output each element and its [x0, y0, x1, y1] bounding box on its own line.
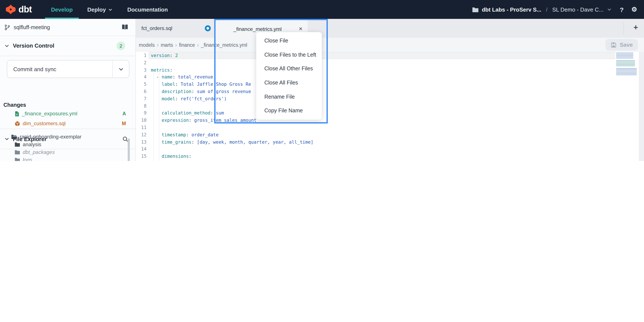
chevron-right-icon: › — [197, 42, 199, 48]
code-line-10[interactable]: 10 expression: gross_item_sales_amount — [136, 117, 644, 124]
menu-item-close-all-files[interactable]: Close All Files — [256, 76, 322, 90]
line-number: 11 — [136, 124, 146, 131]
docs-book-icon[interactable] — [121, 24, 128, 31]
unsaved-dot-icon — [205, 25, 211, 31]
menu-item-close-file[interactable]: Close File — [256, 34, 322, 48]
main-panel: fct_orders.sql _finance_metrics.yml × + … — [136, 19, 644, 161]
nav-item-label: Documentation — [127, 6, 168, 13]
code-line-8[interactable]: 8 — [136, 102, 644, 110]
code-line-3[interactable]: 3metrics: — [136, 66, 644, 74]
breadcrumb-marts[interactable]: marts — [161, 42, 173, 47]
file-tree: rapid-onboarding-exemplaranalysisdbt_pac… — [0, 133, 136, 161]
model-cube-icon — [14, 121, 20, 126]
tree-item-analysis[interactable]: analysis — [0, 141, 136, 148]
code-line-5[interactable]: 5 label: Total Jaffle Shop Gross Re — [136, 81, 644, 88]
code-text: model: ref('fct_orders') — [149, 95, 644, 103]
branch-row[interactable]: sqlfluff-meeting — [0, 19, 136, 36]
commit-options-chevron[interactable] — [112, 61, 129, 78]
line-number: 10 — [136, 117, 146, 124]
code-line-1[interactable]: 1version: 2 — [136, 52, 644, 59]
line-number: 2 — [136, 59, 146, 67]
project-name[interactable]: SL Demo - Dave C... — [552, 6, 604, 13]
change-status: A — [122, 111, 126, 116]
dbt-logo[interactable]: dbt — [5, 4, 32, 15]
gear-icon[interactable]: ⚙ — [631, 6, 637, 13]
floppy-icon — [611, 42, 617, 48]
save-button[interactable]: Save — [606, 39, 638, 51]
tree-scrollbar[interactable] — [128, 139, 130, 161]
menu-item-copy-file-name[interactable]: Copy File Name — [256, 104, 322, 118]
account-name[interactable]: dbt Labs - ProServ S... — [482, 6, 541, 13]
chevron-down-icon — [4, 43, 10, 48]
code-line-11[interactable]: 11 — [136, 124, 644, 131]
code-text: label: Total Jaffle Shop Gross Re — [149, 81, 644, 88]
folder-icon — [472, 7, 478, 12]
code-line-9[interactable]: 9 calculation_method: sum — [136, 110, 644, 117]
account-separator: / — [546, 6, 548, 13]
change-item-label: _finance_exposures.yml — [22, 111, 77, 117]
line-number: 5 — [136, 81, 146, 88]
code-line-12[interactable]: 12 timestamp: order_date — [136, 131, 644, 139]
code-line-15[interactable]: 15 dimensions: — [136, 153, 644, 160]
code-editor[interactable]: 1version: 223metrics:4 - name: total_rev… — [136, 52, 644, 161]
code-line-4[interactable]: 4 - name: total_revenue — [136, 74, 644, 81]
line-number: 16 — [136, 160, 146, 161]
code-text: dimensions: — [149, 153, 644, 160]
code-text — [149, 102, 644, 110]
new-tab-button[interactable]: + — [634, 23, 638, 32]
line-number: 12 — [136, 131, 146, 139]
version-control-title: Version Control — [13, 43, 54, 49]
code-text — [149, 59, 644, 67]
indent-guide — [159, 73, 160, 161]
code-text: - customer_id — [149, 160, 644, 161]
line-number: 1 — [136, 52, 146, 59]
menu-item-close-all-other-files[interactable]: Close All Other Files — [256, 62, 322, 76]
line-number: 7 — [136, 95, 146, 103]
sidebar: sqlfluff-meeting Version Control 2 Commi… — [0, 19, 136, 161]
changes-count-badge: 2 — [116, 41, 125, 50]
breadcrumb-models[interactable]: models — [139, 42, 155, 47]
change-item[interactable]: dim_customers.sqlM — [0, 119, 136, 128]
menu-item-rename-file[interactable]: Rename File — [256, 90, 322, 104]
code-line-7[interactable]: 7 model: ref('fct_orders') — [136, 95, 644, 103]
menu-item-close-files-to-the-left[interactable]: Close Files to the Left — [256, 48, 322, 62]
code-line-16[interactable]: 16 - customer_id — [136, 160, 644, 161]
code-text — [149, 146, 644, 153]
change-item[interactable]: _finance_exposures.ymlA — [0, 109, 136, 118]
folder-icon — [11, 134, 17, 139]
nav-item-develop[interactable]: Develop — [51, 0, 73, 19]
change-item-label: dim_customers.sql — [23, 121, 66, 127]
tree-item-label: dbt_packages — [23, 149, 55, 155]
editor-scroll-gutter[interactable] — [639, 52, 644, 161]
close-icon[interactable]: × — [299, 25, 302, 33]
code-line-2[interactable]: 2 — [136, 59, 644, 67]
tree-item-rapid-onboarding-exemplar[interactable]: rapid-onboarding-exemplar — [0, 133, 136, 141]
code-text: calculation_method: sum — [149, 110, 644, 117]
git-branch-icon — [4, 24, 10, 30]
code-text: - name: total_revenue — [149, 74, 644, 81]
help-icon[interactable]: ? — [620, 6, 624, 13]
dbt-logo-icon — [5, 4, 16, 15]
tree-item-logs[interactable]: logs — [0, 156, 136, 161]
code-text: metrics: — [149, 66, 644, 74]
commit-and-sync-label: Commit and sync — [13, 66, 56, 72]
dbt-cloud-ide: dbt DevelopDeployDocumentation dbt Labs … — [0, 0, 644, 161]
code-line-13[interactable]: 13 time_grains: [day, week, month, quart… — [136, 138, 644, 146]
nav-item-documentation[interactable]: Documentation — [127, 0, 168, 19]
tree-item-dbt-packages[interactable]: dbt_packages — [0, 148, 136, 156]
version-control-header[interactable]: Version Control 2 — [0, 36, 136, 56]
chevron-down-icon[interactable] — [607, 7, 612, 12]
nav-item-deploy[interactable]: Deploy — [87, 0, 113, 19]
code-lines: 1version: 223metrics:4 - name: total_rev… — [136, 52, 644, 161]
breadcrumb-file[interactable]: _finance_metrics.yml — [201, 42, 247, 47]
tree-item-label: analysis — [23, 142, 41, 148]
chevron-right-icon: › — [175, 42, 177, 48]
editor-minimap[interactable] — [615, 52, 639, 77]
line-number: 13 — [136, 138, 146, 146]
code-line-14[interactable]: 14 — [136, 146, 644, 153]
tab-fct-orders[interactable]: fct_orders.sql — [136, 19, 214, 38]
commit-and-sync-button[interactable]: Commit and sync — [7, 60, 130, 78]
breadcrumb-finance[interactable]: finance — [179, 42, 195, 47]
code-line-6[interactable]: 6 description: sum of gross revenue — [136, 88, 644, 95]
line-number: 4 — [136, 74, 146, 81]
